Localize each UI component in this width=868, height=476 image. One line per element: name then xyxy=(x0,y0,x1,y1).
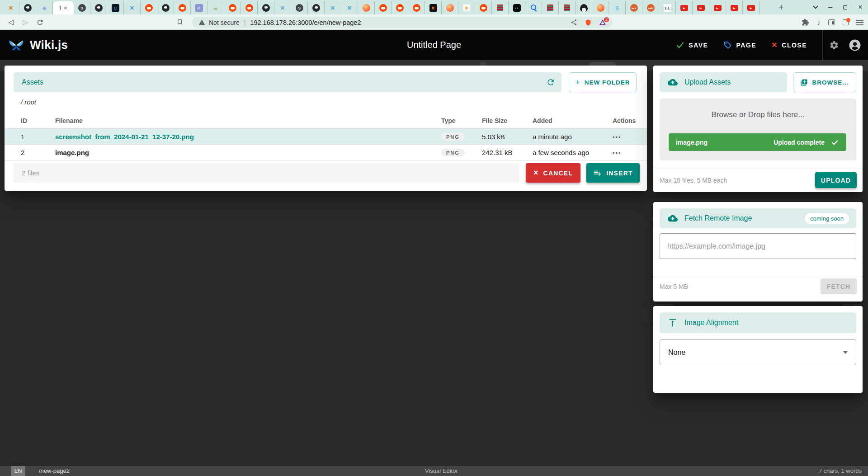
browser-tab[interactable] xyxy=(559,1,576,14)
browser-tab[interactable] xyxy=(124,1,141,14)
asset-table-row[interactable]: 1screenshot_from_2024-01-21_12-37-20.png… xyxy=(5,129,647,145)
browser-tab[interactable] xyxy=(3,1,19,14)
browser-tab-active[interactable]: I× xyxy=(53,1,74,14)
window-close-icon[interactable]: × xyxy=(858,3,863,12)
share-icon[interactable] xyxy=(571,19,577,26)
wikijs-favicon-icon xyxy=(128,4,136,12)
diamond-favicon-icon xyxy=(41,4,48,12)
browser-tab[interactable] xyxy=(392,1,408,14)
tab-close-icon[interactable]: × xyxy=(64,5,67,11)
browser-tab[interactable] xyxy=(258,1,274,14)
browser-tab[interactable] xyxy=(90,1,107,14)
forward-icon[interactable]: ▷ xyxy=(20,17,31,28)
browser-tab[interactable] xyxy=(609,1,626,14)
save-button[interactable]: SAVE xyxy=(676,41,708,49)
row-actions-menu-icon[interactable]: ••• xyxy=(613,150,622,156)
browser-tab[interactable] xyxy=(157,1,174,14)
browser-tab[interactable] xyxy=(442,1,458,14)
browser-tab[interactable] xyxy=(509,1,525,14)
extension-triangle-icon[interactable]: 2 xyxy=(599,19,606,26)
page-properties-button[interactable]: PAGE xyxy=(723,41,756,49)
new-folder-button[interactable]: + NEW FOLDER xyxy=(569,72,637,92)
file-count: 2 files xyxy=(22,169,39,177)
cancel-button[interactable]: × CANCEL xyxy=(526,163,580,183)
account-avatar[interactable] xyxy=(845,30,868,60)
browser-tab[interactable] xyxy=(208,1,224,14)
remote-image-url-input[interactable] xyxy=(660,233,856,259)
new-tab-button[interactable]: + xyxy=(775,1,788,14)
back-icon[interactable]: ◁ xyxy=(5,17,16,28)
drop-zone[interactable]: Browse or Drop files here... image.png U… xyxy=(660,99,856,160)
alignment-select[interactable]: None xyxy=(660,339,856,365)
insert-button[interactable]: INSERT xyxy=(586,163,640,183)
browser-tab[interactable] xyxy=(525,1,542,14)
refresh-icon[interactable] xyxy=(546,78,555,88)
url-text[interactable]: 192.168.178.26:3000/e/en/new-page2 xyxy=(250,19,571,26)
wikijs-app-bar: Wiki.js Untitled Page SAVE PAGE × CLOSE xyxy=(0,30,868,60)
browser-tab[interactable] xyxy=(141,1,157,14)
browser-tab[interactable] xyxy=(626,1,642,14)
wikijs-favicon-icon xyxy=(346,4,354,12)
browser-tab[interactable] xyxy=(325,1,341,14)
browser-tab[interactable] xyxy=(676,1,693,14)
close-editor-button[interactable]: × CLOSE xyxy=(772,40,807,50)
browse-button[interactable]: BROWSE... xyxy=(793,72,856,92)
github-favicon-icon xyxy=(24,4,32,12)
bookmark-icon[interactable] xyxy=(176,19,183,27)
browser-tab[interactable] xyxy=(592,1,609,14)
browser-tab[interactable] xyxy=(709,1,726,14)
sidebar-icon[interactable] xyxy=(828,19,835,25)
security-label[interactable]: Not secure xyxy=(209,19,240,26)
browser-tab[interactable] xyxy=(475,1,492,14)
browser-tab[interactable] xyxy=(224,1,241,14)
brand[interactable]: Wiki.js xyxy=(0,38,68,52)
reload-icon[interactable] xyxy=(34,17,45,28)
minimize-icon[interactable]: – xyxy=(828,5,832,9)
settings-gear-icon[interactable] xyxy=(823,30,845,60)
asset-table-row[interactable]: 2image.pngPNG242.31 kBa few seconds ago•… xyxy=(5,145,647,160)
browser-tab[interactable] xyxy=(341,1,358,14)
extension-box-badge-icon[interactable] xyxy=(843,19,849,25)
asset-filename[interactable]: image.png xyxy=(55,149,441,156)
browser-tab[interactable] xyxy=(375,1,392,14)
browser-tab[interactable] xyxy=(693,1,709,14)
browser-tab[interactable] xyxy=(308,1,325,14)
fetch-button[interactable]: FETCH xyxy=(821,278,857,294)
browser-tab[interactable] xyxy=(241,1,258,14)
browser-tab[interactable] xyxy=(408,1,425,14)
music-note-icon[interactable]: ♪ xyxy=(817,19,821,27)
tab-search-chevron-icon[interactable] xyxy=(813,4,818,9)
browser-tab[interactable] xyxy=(274,1,291,14)
browser-tab[interactable] xyxy=(74,1,90,14)
editor-status-bar: EN /new-page2 Visual Editor 7 chars, 1 w… xyxy=(0,466,868,476)
restore-icon[interactable] xyxy=(843,5,847,9)
puzzle-extensions-icon[interactable] xyxy=(802,19,809,26)
browser-menu-icon[interactable] xyxy=(856,22,863,23)
asset-added-time: a minute ago xyxy=(533,133,613,141)
row-actions-menu-icon[interactable]: ••• xyxy=(613,134,622,141)
browser-tab[interactable] xyxy=(458,1,475,14)
browser-tab[interactable] xyxy=(191,1,208,14)
browser-tab[interactable] xyxy=(659,1,676,14)
browser-tab[interactable] xyxy=(36,1,53,14)
breadcrumb[interactable]: / root xyxy=(21,98,36,106)
browser-tab[interactable] xyxy=(576,1,592,14)
upload-button[interactable]: UPLOAD xyxy=(815,172,857,188)
browser-tab[interactable] xyxy=(743,1,760,14)
alignment-title: Image Alignment xyxy=(684,319,738,327)
page-path[interactable]: /new-page2 xyxy=(39,467,70,474)
browser-tab[interactable] xyxy=(174,1,191,14)
browser-tab[interactable] xyxy=(19,1,36,14)
browser-tab[interactable] xyxy=(358,1,375,14)
address-bar[interactable]: Not secure | 192.168.178.26:3000/e/en/ne… xyxy=(192,17,613,28)
browser-tab[interactable] xyxy=(291,1,308,14)
brave-shield-icon[interactable] xyxy=(585,19,592,26)
browser-tab[interactable] xyxy=(542,1,559,14)
browser-tab[interactable] xyxy=(425,1,442,14)
asset-filename[interactable]: screenshot_from_2024-01-21_12-37-20.png xyxy=(55,133,441,141)
language-badge[interactable]: EN xyxy=(11,466,25,476)
browser-tab[interactable] xyxy=(642,1,659,14)
browser-tab[interactable] xyxy=(492,1,509,14)
browser-tab[interactable] xyxy=(726,1,743,14)
browser-tab[interactable] xyxy=(107,1,124,14)
